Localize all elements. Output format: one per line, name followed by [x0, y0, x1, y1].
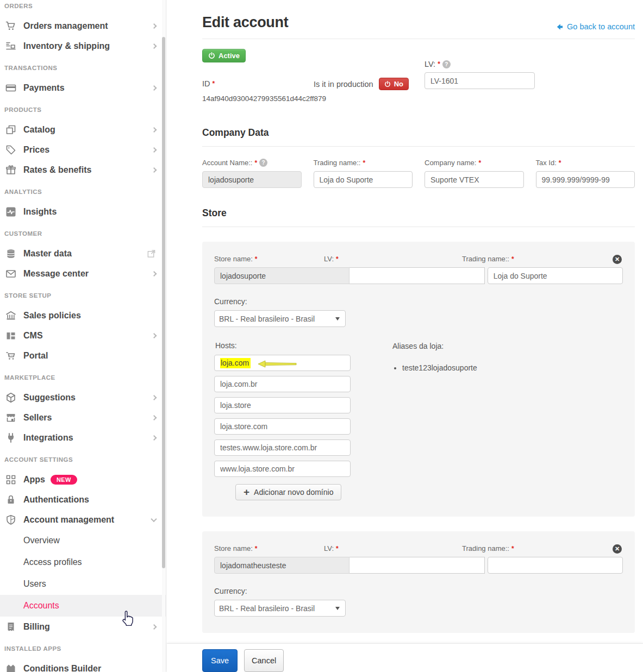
currency-select[interactable]: BRL - Real brasileiro - Brasil — [214, 310, 346, 327]
sidebar-section-header: ANALYTICS — [0, 189, 166, 196]
sidebar-item-payments[interactable]: Payments — [0, 78, 166, 98]
sidebar-item-users[interactable]: Users — [0, 573, 166, 595]
help-icon[interactable]: ? — [259, 159, 267, 167]
cart-icon — [5, 21, 16, 32]
sidebar-section-installed-apps: INSTALLED APPSConditions Builder — [0, 645, 166, 672]
host-input[interactable] — [214, 461, 351, 477]
sidebar-item-label: Overview — [23, 536, 60, 545]
sidebar-item-inventory-shipping[interactable]: Inventory & shipping — [0, 36, 166, 56]
hosts-column: Hosts: loja.com + Adicionar novo domínio — [214, 341, 351, 500]
sidebar-item-overview[interactable]: Overview — [0, 530, 166, 551]
sidebar-item-billing[interactable]: Billing — [0, 617, 166, 637]
store-name-input — [214, 557, 349, 574]
save-button[interactable]: Save — [202, 649, 238, 672]
company-name-input[interactable] — [424, 171, 524, 188]
company-fields: Account Name::* ? Trading name::* Compan… — [202, 159, 635, 188]
sidebar-item-portal[interactable]: Portal — [0, 346, 166, 366]
catalog-icon — [5, 124, 16, 135]
sidebar-item-conditions-builder[interactable]: Conditions Builder — [0, 658, 166, 672]
sidebar-item-label: Account management — [23, 515, 114, 525]
main-content: Edit account Go back to account Active I… — [167, 0, 643, 672]
chevron-right-icon — [152, 438, 156, 442]
sidebar-item-sellers[interactable]: Sellers — [0, 407, 166, 428]
external-link-icon[interactable] — [147, 254, 156, 263]
store-lv-input[interactable] — [349, 557, 485, 574]
go-back-link[interactable]: Go back to account — [555, 22, 635, 31]
sidebar-item-accounts[interactable]: Accounts — [0, 595, 166, 617]
sidebar-item-account-management[interactable]: Account management — [0, 510, 166, 530]
power-icon — [384, 81, 391, 87]
store-heading: Store — [202, 208, 635, 219]
back-arrow-icon — [555, 23, 564, 31]
store-lv-input[interactable] — [349, 267, 485, 284]
tax-id-input[interactable] — [536, 171, 635, 188]
sidebar-scrollbar-thumb[interactable] — [162, 37, 165, 568]
remove-store-icon[interactable]: ✕ — [613, 255, 622, 264]
store-trading-input[interactable] — [488, 557, 623, 574]
production-block: Is it in production No — [314, 78, 409, 90]
sidebar-item-label: CMS — [23, 331, 43, 341]
remove-store-icon[interactable]: ✕ — [613, 544, 622, 554]
lock-icon — [5, 494, 16, 505]
sidebar-item-label: Rates & benefits — [23, 165, 91, 175]
sidebar: ORDERSOrders managementInventory & shipp… — [0, 0, 166, 672]
currency-label: Currency: — [214, 297, 623, 306]
sidebar-item-master-data[interactable]: Master data — [0, 243, 166, 263]
host-row — [214, 418, 351, 435]
sidebar-item-integrations[interactable]: Integrations — [0, 428, 166, 448]
chevron-right-icon — [152, 26, 156, 30]
sidebar-item-label: Payments — [23, 83, 65, 93]
production-label: Is it in production — [314, 80, 373, 89]
add-domain-button[interactable]: + Adicionar novo domínio — [235, 484, 341, 500]
sidebar-item-label: Accounts — [23, 601, 59, 611]
sidebar-item-catalog[interactable]: Catalog — [0, 120, 166, 140]
annotation-arrow-icon — [258, 360, 297, 369]
sidebar-item-sales-policies[interactable]: Sales policies — [0, 305, 166, 325]
sidebar-item-label: Catalog — [23, 125, 55, 135]
host-row — [214, 461, 351, 477]
active-toggle-button[interactable]: Active — [202, 49, 246, 62]
sidebar-item-prices[interactable]: Prices — [0, 140, 166, 160]
sidebar-section-store-setup: STORE SETUPSales policiesCMSPortal — [0, 292, 166, 366]
sidebar-item-message-center[interactable]: Message center — [0, 263, 166, 284]
store-trading-input[interactable] — [488, 267, 623, 284]
host-input[interactable] — [214, 418, 351, 435]
sidebar-item-rates-benefits[interactable]: Rates & benefits — [0, 160, 166, 180]
sidebar-item-label: Sales policies — [23, 311, 81, 321]
currency-select[interactable]: BRL - Real brasileiro - Brasil — [214, 600, 346, 617]
sidebar-item-access-profiles[interactable]: Access profiles — [0, 551, 166, 573]
sidebar-item-label: Portal — [23, 351, 48, 361]
sidebar-item-label: Insights — [23, 207, 57, 217]
store-lv-label: LV:* — [324, 544, 435, 552]
lv-input[interactable] — [424, 72, 535, 89]
aliases-label: Aliases da loja: — [392, 342, 477, 350]
chevron-right-icon — [152, 398, 156, 401]
store-trading-label: Trading name::* — [438, 255, 570, 263]
status-block: Active ID* 14af940d93004279935561d44c2ff… — [202, 49, 635, 113]
tag-icon — [5, 145, 16, 155]
conditions-icon — [5, 663, 16, 672]
sidebar-item-cms[interactable]: CMS — [0, 325, 166, 346]
trading-name-input[interactable] — [314, 171, 413, 188]
chevron-right-icon — [152, 170, 156, 174]
bank-icon — [5, 310, 16, 321]
chevron-right-icon — [152, 88, 156, 92]
production-toggle-button[interactable]: No — [379, 78, 409, 90]
sidebar-section-header: PRODUCTS — [0, 106, 166, 114]
sidebar-item-apps[interactable]: AppsNEW — [0, 469, 166, 489]
sidebar-item-suggestions[interactable]: Suggestions — [0, 387, 166, 407]
host-input[interactable] — [214, 439, 351, 456]
host-row — [214, 397, 351, 413]
chevron-right-icon — [152, 336, 156, 340]
sidebar-section-transactions: TRANSACTIONSPayments — [0, 65, 166, 98]
sidebar-item-authentications[interactable]: Authentications — [0, 489, 166, 510]
sidebar-section-header: ACCOUNT SETTINGS — [0, 456, 166, 464]
cancel-button[interactable]: Cancel — [244, 649, 284, 672]
sidebar-item-insights[interactable]: Insights — [0, 202, 166, 222]
host-input[interactable] — [214, 397, 351, 413]
host-input[interactable]: loja.com — [214, 355, 351, 371]
sidebar-item-orders-management[interactable]: Orders management — [0, 16, 166, 36]
help-icon[interactable]: ? — [442, 60, 451, 68]
host-input[interactable] — [214, 376, 351, 392]
aliases-column: Aliases da loja: teste123lojadosuporte — [392, 341, 477, 500]
